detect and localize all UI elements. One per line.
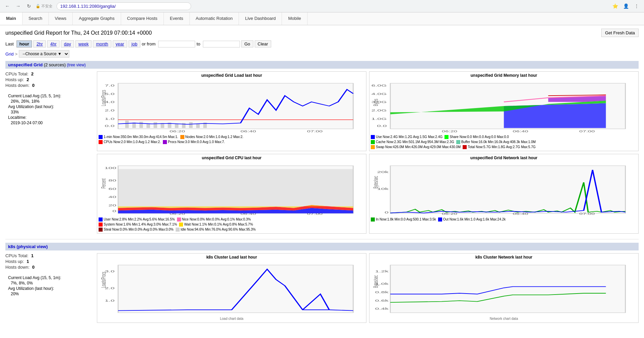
- hosts-up-row: Hosts up: 2: [5, 77, 93, 82]
- k8s-network-chart-box: k8s Cluster Network last hour 1.2k 1.0k …: [369, 253, 639, 323]
- k8s-link[interactable]: k8s: [8, 244, 15, 249]
- k8s-hosts-up-label: Hosts up:: [5, 259, 24, 264]
- load-avg-label: Current Load Avg (15, 5, 1m):: [5, 94, 93, 98]
- source-select[interactable]: --Choose a Source ▼: [19, 50, 69, 58]
- k8s-network-chart-svg: 1.2k 1.0k 0.8k 0.6k 0.4k Bytes/sec: [371, 261, 637, 315]
- localtime-label: Localtime:: [5, 115, 93, 120]
- tree-view-link[interactable]: (tree view): [67, 63, 86, 67]
- svg-text:06:40: 06:40: [513, 212, 528, 215]
- get-fresh-data-button[interactable]: Get Fresh Data: [601, 29, 639, 37]
- svg-text:7.0: 7.0: [105, 83, 114, 87]
- cpu-chart-title: unspecified Grid CPU last hour: [99, 156, 365, 160]
- svg-text:4.0G: 4.0G: [371, 92, 387, 96]
- unspecified-grid-stats: CPUs Total: 2 Hosts up: 2 Hosts down: 0 …: [5, 71, 93, 126]
- svg-text:80: 80: [108, 178, 116, 182]
- to-input[interactable]: [203, 41, 240, 47]
- time-btn-day[interactable]: day: [61, 40, 74, 47]
- time-btn-4hr[interactable]: 4hr: [47, 40, 60, 47]
- svg-text:0.0: 0.0: [377, 124, 387, 128]
- section-divider: [5, 239, 639, 239]
- svg-text:07:00: 07:00: [579, 212, 595, 215]
- memory-chart-legend: Use Now:2.4G Min:1.2G Avg:1.5G Max:2.4G …: [371, 134, 637, 149]
- svg-text:Bytes/sec: Bytes/sec: [372, 275, 379, 288]
- tab-events[interactable]: Events: [164, 12, 190, 25]
- main-content: unspecified Grid Report for Thu, 24 Oct …: [0, 25, 644, 332]
- svg-text:07:00: 07:00: [579, 130, 595, 133]
- tab-views[interactable]: Views: [49, 12, 73, 25]
- svg-rect-13: [132, 123, 136, 128]
- k8s-cpus-total-label: CPUs Total:: [5, 253, 28, 258]
- svg-text:Loads/Procs: Loads/Procs: [100, 272, 107, 288]
- time-btn-job[interactable]: job: [129, 40, 140, 47]
- svg-text:2.0G: 2.0G: [371, 108, 387, 112]
- k8s-stats: CPUs Total: 1 Hosts up: 1 Hosts down: 0 …: [5, 253, 93, 297]
- k8s-network-chart-legend: Network chart data: [371, 316, 637, 321]
- menu-button[interactable]: ⋮: [633, 2, 641, 10]
- forward-button[interactable]: →: [14, 2, 22, 10]
- svg-text:100: 100: [105, 166, 116, 170]
- k8s-physical-view-link[interactable]: (physical view): [16, 244, 47, 249]
- profile-button[interactable]: 👤: [622, 2, 630, 10]
- k8s-section: k8s (physical view) CPUs Total: 1 Hosts …: [5, 243, 639, 323]
- memory-chart-svg: 6.0G 4.0G 3.0G 2.0G 1.0G 0.0 Bytes 06:20…: [371, 79, 637, 133]
- load-chart-box: unspecified Grid Load last hour 7.0 5.0 …: [97, 71, 366, 151]
- page-title-row: unspecified Grid Report for Thu, 24 Oct …: [5, 29, 639, 37]
- network-chart-title: unspecified Grid Network last hour: [371, 156, 637, 160]
- tab-compare-hosts[interactable]: Compare Hosts: [121, 12, 164, 25]
- network-chart-legend: In Now:1.8k Min:0.0 Avg:500.1 Max:3.5k O…: [371, 217, 637, 222]
- extensions-button[interactable]: ⭐: [611, 2, 619, 10]
- svg-rect-14: [139, 122, 143, 128]
- svg-text:6.0G: 6.0G: [371, 83, 387, 87]
- cpus-total-row: CPUs Total: 2: [5, 71, 93, 76]
- unspecified-grid-header: unspecified Grid (2 sources) (tree view): [5, 61, 639, 69]
- go-button[interactable]: Go: [241, 40, 253, 47]
- tab-aggregate-graphs[interactable]: Aggregate Graphs: [73, 12, 121, 25]
- load-chart-svg: 7.0 5.0 4.0 2.0 1.0 0.0 Loads/Procs 06:2…: [99, 79, 365, 133]
- k8s-util-label: Avg Utilization (last hour):: [5, 286, 93, 291]
- svg-text:07:00: 07:00: [307, 130, 323, 133]
- tab-main[interactable]: Main: [0, 12, 23, 25]
- k8s-charts: k8s Cluster Load last hour 3.0 2.0 1.0 L…: [97, 253, 639, 323]
- util-value: 33%: [5, 110, 93, 114]
- url-bar[interactable]: [57, 2, 191, 10]
- svg-text:Bytes: Bytes: [372, 99, 379, 106]
- svg-text:0.0: 0.0: [105, 124, 114, 128]
- page-title: unspecified Grid Report for Thu, 24 Oct …: [5, 30, 152, 36]
- from-input[interactable]: [158, 41, 195, 47]
- time-btn-week[interactable]: week: [75, 40, 92, 47]
- breadcrumb-grid-link[interactable]: Grid: [5, 52, 14, 57]
- from-label: or from: [142, 41, 155, 46]
- k8s-header: k8s (physical view): [5, 243, 639, 250]
- unspecified-grid-link[interactable]: unspecified Grid: [8, 62, 43, 67]
- svg-text:1.0G: 1.0G: [371, 117, 387, 121]
- back-button[interactable]: ←: [3, 2, 11, 10]
- hosts-down-label: Hosts down:: [5, 83, 30, 88]
- localtime-value: 2019-10-24 07:00: [5, 121, 93, 125]
- svg-text:Bytes/sec: Bytes/sec: [372, 176, 379, 189]
- cpus-total-label: CPUs Total:: [5, 71, 28, 76]
- time-btn-hour[interactable]: hour: [16, 40, 32, 47]
- time-btn-month[interactable]: month: [93, 40, 111, 47]
- svg-text:06:20: 06:20: [442, 212, 457, 215]
- cpus-total-value: 2: [31, 71, 33, 76]
- time-btn-2hr[interactable]: 2hr: [33, 40, 46, 47]
- svg-text:0: 0: [385, 210, 389, 214]
- breadcrumb: Grid > --Choose a Source ▼: [5, 50, 639, 58]
- refresh-button[interactable]: ↻: [25, 2, 33, 10]
- svg-rect-72: [390, 265, 625, 313]
- unspecified-grid-layout: CPUs Total: 2 Hosts up: 2 Hosts down: 0 …: [5, 71, 639, 234]
- k8s-charts-grid: k8s Cluster Load last hour 3.0 2.0 1.0 L…: [97, 253, 639, 323]
- tab-bar: Main Search Views Aggregate Graphs Compa…: [0, 12, 644, 25]
- time-btn-year[interactable]: year: [113, 40, 127, 47]
- k8s-load-chart-svg: 3.0 2.0 1.0 Loads/Procs: [99, 261, 365, 315]
- tab-mobile[interactable]: Mobile: [282, 12, 307, 25]
- tab-search[interactable]: Search: [23, 12, 49, 25]
- unspecified-grid-sources: (2 sources): [44, 62, 67, 67]
- tab-live-dashboard[interactable]: Live Dashboard: [239, 12, 282, 25]
- svg-text:06:20: 06:20: [442, 130, 457, 133]
- browser-right-controls: ⭐ 👤 ⋮: [611, 2, 641, 10]
- svg-rect-15: [146, 124, 150, 128]
- tab-automatic-rotation[interactable]: Automatic Rotation: [190, 12, 239, 25]
- svg-text:1.0: 1.0: [105, 299, 114, 302]
- clear-button[interactable]: Clear: [255, 40, 271, 47]
